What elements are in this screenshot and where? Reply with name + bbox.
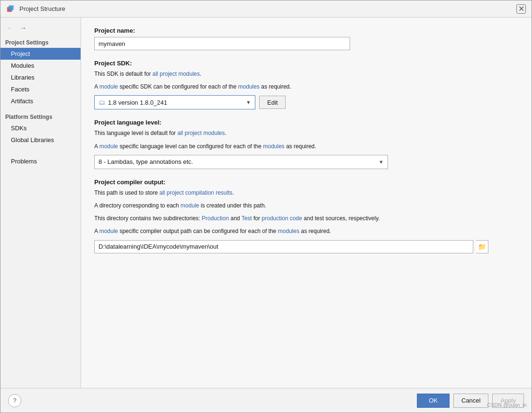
folder-icon: 📁 — [478, 243, 486, 251]
sidebar-item-project[interactable]: Project — [0, 48, 81, 60]
forward-button[interactable]: → — [18, 23, 29, 33]
production-link[interactable]: Production — [202, 215, 229, 222]
production-code-link[interactable]: production code — [261, 215, 302, 222]
project-sdk-desc1: This SDK is default for all project modu… — [94, 70, 518, 79]
sidebar-item-artifacts[interactable]: Artifacts — [0, 95, 81, 107]
compiler-output-row: 📁 — [94, 240, 518, 253]
test-link[interactable]: Test — [242, 215, 252, 222]
compiler-output-input[interactable] — [94, 240, 473, 253]
sidebar-item-libraries[interactable]: Libraries — [0, 72, 81, 83]
bottom-bar: ? OK Cancel Apply — [0, 388, 532, 413]
compiler-output-desc4: A module specific compiler output path c… — [94, 227, 518, 236]
app-icon — [6, 4, 16, 14]
edit-sdk-button[interactable]: Edit — [259, 96, 286, 109]
language-level-desc2: A module specific language level can be … — [94, 142, 518, 151]
sdk-folder-icon: 🗂 — [99, 99, 105, 106]
project-sdk-section: Project SDK: This SDK is default for all… — [94, 60, 518, 109]
modules-link1[interactable]: modules — [238, 83, 260, 90]
nav-buttons: ← → — [0, 21, 81, 36]
project-name-section: Project name: — [94, 27, 518, 50]
compiler-output-desc2: A directory corresponding to each module… — [94, 201, 518, 210]
all-compilation-results-link[interactable]: all project compilation results — [159, 189, 232, 196]
module-link2[interactable]: module — [99, 143, 118, 150]
title-bar: Project Structure ✕ — [0, 0, 532, 18]
content-area: Project name: Project SDK: This SDK is d… — [81, 18, 532, 388]
sidebar-item-modules[interactable]: Modules — [0, 60, 81, 72]
close-button[interactable]: ✕ — [516, 4, 526, 14]
module-link4[interactable]: module — [99, 228, 118, 234]
module-link3[interactable]: module — [180, 202, 199, 209]
modules-link3[interactable]: modules — [278, 228, 299, 234]
browse-folder-button[interactable]: 📁 — [476, 240, 488, 253]
sdk-dropdown-arrow-icon: ▼ — [246, 99, 251, 105]
project-settings-label: Project Settings — [0, 36, 81, 48]
project-compiler-output-section: Project compiler output: This path is us… — [94, 179, 518, 253]
sdk-dropdown[interactable]: 🗂 1.8 version 1.8.0_241 ▼ — [94, 95, 255, 109]
sidebar-item-global-libraries[interactable]: Global Libraries — [0, 134, 81, 146]
language-level-desc1: This language level is default for all p… — [94, 129, 518, 138]
sdk-value: 1.8 version 1.8.0_241 — [108, 99, 167, 106]
language-level-dropdown[interactable]: 8 - Lambdas, type annotations etc. ▼ — [94, 155, 388, 169]
language-dropdown-arrow-icon: ▼ — [379, 159, 384, 165]
language-level-value: 8 - Lambdas, type annotations etc. — [99, 158, 379, 165]
project-structure-dialog: Project Structure ✕ ← → Project Settings… — [0, 0, 532, 413]
sidebar-item-facets[interactable]: Facets — [0, 83, 81, 95]
sidebar-divider — [0, 107, 81, 111]
sidebar: ← → Project Settings Project Modules Lib… — [0, 18, 81, 388]
project-name-label: Project name: — [94, 27, 518, 34]
project-language-level-label: Project language level: — [94, 119, 518, 126]
svg-rect-2 — [8, 6, 13, 11]
all-project-modules-link1[interactable]: all project modules — [153, 71, 200, 77]
sidebar-item-sdks[interactable]: SDKs — [0, 122, 81, 134]
dialog-title: Project Structure — [19, 5, 516, 12]
project-language-level-section: Project language level: This language le… — [94, 119, 518, 169]
all-project-modules-link2[interactable]: all project modules — [177, 130, 225, 136]
module-link1[interactable]: module — [99, 83, 118, 90]
compiler-output-desc3: This directory contains two subdirectori… — [94, 214, 518, 223]
project-compiler-output-label: Project compiler output: — [94, 179, 518, 186]
project-name-input[interactable] — [94, 37, 350, 50]
project-sdk-desc2: A module specific SDK can be configured … — [94, 82, 518, 91]
sdk-row: 🗂 1.8 version 1.8.0_241 ▼ Edit — [94, 95, 518, 109]
compiler-output-desc1: This path is used to store all project c… — [94, 189, 518, 198]
main-content: ← → Project Settings Project Modules Lib… — [0, 18, 532, 388]
ok-button[interactable]: OK — [417, 394, 450, 408]
cancel-button[interactable]: Cancel — [453, 394, 488, 408]
modules-link2[interactable]: modules — [263, 143, 284, 150]
platform-settings-label: Platform Settings — [0, 111, 81, 122]
watermark: CSDN @yuan_in — [487, 402, 527, 408]
back-button[interactable]: ← — [4, 23, 16, 33]
project-sdk-label: Project SDK: — [94, 60, 518, 67]
sidebar-divider-2 — [0, 146, 81, 150]
sidebar-item-problems[interactable]: Problems — [0, 155, 81, 167]
help-button[interactable]: ? — [8, 394, 21, 407]
